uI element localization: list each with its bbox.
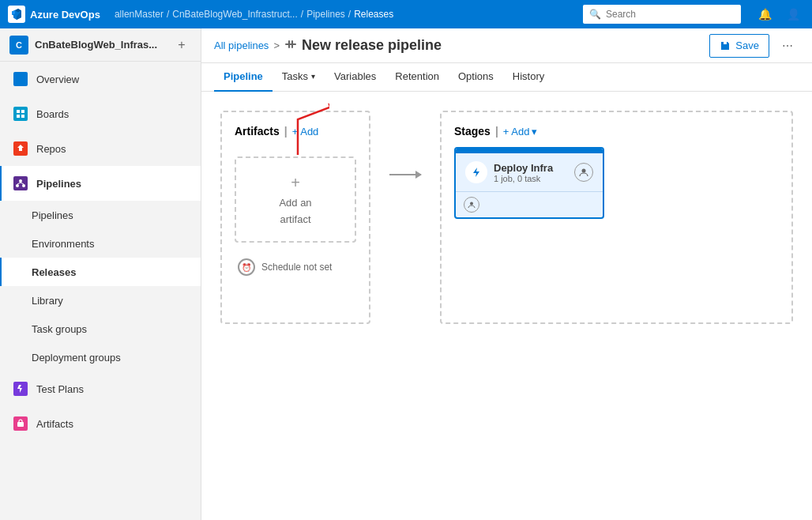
svg-rect-13	[722, 46, 728, 49]
stage-subtitle: 1 job, 0 task	[494, 174, 568, 183]
stages-box: Stages | + Add ▾	[440, 111, 793, 324]
tab-options[interactable]: Options	[449, 63, 503, 92]
topbar-right-icons: 🔔 👤	[754, 3, 804, 25]
pipeline-canvas-area: Artifacts | + Add	[201, 92, 812, 520]
sidebar-sublabel-task-groups: Task groups	[32, 323, 87, 335]
artifacts-box: Artifacts | + Add	[220, 111, 370, 324]
search-box[interactable]: 🔍	[583, 5, 741, 24]
add-artifact-line2: artifact	[280, 213, 310, 225]
breadcrumb-project[interactable]: CnBateBlogWeb_Infrastruct...	[172, 9, 298, 20]
sidebar-item-artifacts[interactable]: Artifacts	[0, 406, 201, 441]
topbar-breadcrumb: allenMaster / CnBateBlogWeb_Infrastruct.…	[115, 9, 577, 20]
sidebar-item-test-plans[interactable]: Test Plans	[0, 371, 201, 406]
stage-name: Deploy Infra	[494, 162, 568, 174]
svg-rect-10	[285, 43, 296, 45]
tab-retention[interactable]: Retention	[385, 63, 449, 92]
sidebar-item-pipelines-sub[interactable]: Pipelines	[0, 201, 201, 229]
schedule-badge: ⏰ Schedule not set	[235, 252, 356, 282]
org-avatar: C	[9, 36, 28, 55]
boards-icon	[13, 106, 28, 122]
repos-icon	[13, 141, 28, 156]
org-add-button[interactable]: +	[172, 36, 191, 55]
azure-devops-logo[interactable]: Azure DevOps	[8, 6, 100, 23]
svg-line-7	[17, 183, 21, 184]
svg-point-16	[470, 202, 473, 205]
notifications-icon[interactable]: 🔔	[754, 3, 776, 25]
org-name: CnBateBlogWeb_Infras...	[35, 39, 166, 51]
add-stage-caret: ▾	[532, 126, 537, 138]
sidebar-label-overview: Overview	[36, 73, 79, 85]
svg-rect-0	[17, 110, 20, 113]
sidebar-sublabel-library: Library	[32, 295, 63, 307]
sidebar-item-boards[interactable]: Boards	[0, 96, 201, 131]
tab-tasks[interactable]: Tasks ▾	[273, 63, 325, 92]
svg-line-8	[21, 183, 24, 184]
sidebar-item-task-groups[interactable]: Task groups	[0, 315, 201, 343]
search-input[interactable]	[606, 9, 724, 20]
stage-user-bottom-icon[interactable]	[464, 197, 479, 213]
sidebar: C CnBateBlogWeb_Infras... + Overview Boa…	[0, 28, 201, 520]
breadcrumb-main: All pipelines > New release pipeline	[214, 37, 442, 54]
pipelines-icon	[13, 175, 28, 191]
logo-text: Azure DevOps	[30, 9, 100, 21]
sidebar-item-library[interactable]: Library	[0, 286, 201, 315]
svg-point-15	[582, 169, 586, 173]
add-stage-link[interactable]: + Add ▾	[503, 126, 538, 138]
tab-pipeline[interactable]: Pipeline	[214, 63, 273, 92]
stage-card-deploy-infra[interactable]: Deploy Infra 1 job, 0 task	[454, 147, 604, 219]
stage-card-body: Deploy Infra 1 job, 0 task	[456, 153, 603, 191]
stages-title: Stages	[454, 125, 491, 138]
sidebar-sublabel-environments: Environments	[32, 238, 94, 250]
stage-user-top-icon[interactable]	[574, 163, 593, 182]
stages-box-header: Stages | + Add ▾	[454, 125, 779, 138]
content-area: All pipelines > New release pipeline Sav…	[201, 28, 812, 520]
sidebar-item-pipelines-header[interactable]: Pipelines	[0, 166, 201, 201]
pipeline-arrow-connector	[389, 111, 421, 175]
sidebar-org[interactable]: C CnBateBlogWeb_Infras... +	[0, 28, 201, 62]
breadcrumb-pipelines[interactable]: Pipelines	[306, 9, 345, 20]
tabs-bar: Pipeline Tasks ▾ Variables Retention Opt…	[201, 63, 812, 92]
breadcrumb-current: Releases	[354, 9, 393, 20]
red-arrow	[266, 104, 329, 159]
breadcrumb-arrow: >	[273, 40, 280, 51]
sidebar-item-overview[interactable]: Overview	[0, 62, 201, 96]
logo-icon	[8, 6, 25, 23]
tab-variables[interactable]: Variables	[325, 63, 385, 92]
stage-card-footer	[456, 191, 603, 217]
svg-rect-2	[17, 115, 20, 118]
user-avatar[interactable]: 👤	[782, 3, 804, 25]
sidebar-label-repos: Repos	[36, 143, 66, 155]
overview-icon	[13, 71, 28, 87]
add-artifact-button[interactable]: + Add an artifact	[235, 156, 356, 243]
more-options-icon[interactable]: ⋯	[776, 34, 799, 58]
add-artifact-line1: Add an	[279, 197, 311, 209]
sidebar-sublabel-deployment-groups: Deployment groups	[32, 352, 121, 364]
sidebar-label-boards: Boards	[36, 108, 69, 120]
svg-rect-11	[288, 40, 290, 48]
svg-rect-1	[21, 110, 24, 113]
save-button[interactable]: Save	[709, 34, 769, 58]
pipeline-canvas: Artifacts | + Add	[220, 111, 793, 348]
sidebar-item-environments[interactable]: Environments	[0, 229, 201, 258]
sidebar-item-repos[interactable]: Repos	[0, 131, 201, 166]
breadcrumb-org[interactable]: allenMaster	[115, 9, 164, 20]
svg-rect-9	[17, 422, 24, 427]
tab-history[interactable]: History	[503, 63, 554, 92]
sidebar-sublabel-releases: Releases	[32, 266, 76, 278]
svg-point-5	[16, 184, 19, 187]
pipeline-icon-inline	[284, 38, 297, 53]
all-pipelines-link[interactable]: All pipelines	[214, 40, 269, 51]
sidebar-label-test-plans: Test Plans	[36, 383, 84, 395]
connector-line	[389, 174, 421, 175]
sidebar-label-artifacts: Artifacts	[36, 418, 73, 430]
sidebar-sublabel-pipelines: Pipelines	[32, 209, 73, 221]
svg-rect-12	[291, 40, 293, 48]
tasks-caret-icon: ▾	[311, 72, 315, 81]
svg-point-4	[19, 179, 22, 183]
stage-lightning-icon	[465, 161, 487, 183]
sidebar-item-releases[interactable]: Releases	[0, 258, 201, 286]
svg-point-6	[22, 184, 25, 187]
sidebar-item-deployment-groups[interactable]: Deployment groups	[0, 343, 201, 371]
sidebar-label-pipelines: Pipelines	[36, 178, 81, 190]
content-header: All pipelines > New release pipeline Sav…	[201, 28, 812, 63]
